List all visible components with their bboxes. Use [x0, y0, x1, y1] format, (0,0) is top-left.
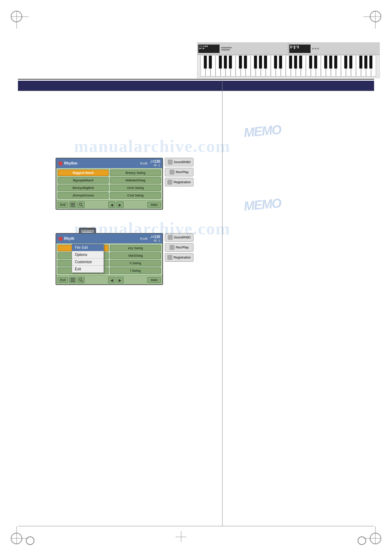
lcd-main-btn-2[interactable]: Main	[147, 277, 161, 283]
lcd-title-text-2: Rhyth	[64, 237, 74, 241]
sound-kbd-btn[interactable]: Sound/KBD	[165, 158, 193, 166]
svg-rect-58	[364, 56, 367, 68]
rec-play-btn[interactable]: Rec/Play	[165, 168, 193, 176]
registration-icon	[167, 180, 172, 185]
tempo-value-2: ♩=130	[150, 235, 160, 239]
registration-label: Registration	[173, 180, 191, 184]
context-menu-exit[interactable]: Exit	[72, 266, 104, 272]
rhythm-btn-2-orch[interactable]: h.Swing	[110, 260, 161, 266]
corner-tl-decoration	[11, 11, 32, 32]
mini-display-row1	[199, 46, 219, 47]
lcd-title-text-1: Rhythm	[64, 161, 77, 165]
sound-kbd-icon	[168, 160, 173, 165]
header-bar	[18, 81, 374, 91]
mini-display	[198, 44, 220, 53]
context-menu-options[interactable]: Options	[72, 251, 104, 258]
svg-rect-47	[289, 56, 292, 68]
watermark-overlay: manualarchive.com	[72, 136, 233, 156]
sound-kbd-icon-2	[168, 235, 173, 240]
rhythm-btn-2-midnite[interactable]: niteSISwg	[110, 252, 161, 259]
svg-rect-55	[344, 56, 347, 68]
lcd-main-btn-1[interactable]: Main	[147, 202, 161, 208]
svg-rect-35	[204, 56, 207, 68]
lcd-search-icon-1[interactable]	[77, 201, 85, 208]
rhythm-screen-1: Rhythm P.1/5 ♩=130 M: 1 Biggest Band Big…	[56, 158, 163, 224]
svg-rect-60	[71, 203, 75, 204]
right-panel-2: Sound/KBD Rec/Play Registration	[165, 233, 193, 262]
lcd-header-right-2: P.1/5 ♩=130 M: 1	[140, 235, 160, 242]
bottom-crosshair	[176, 531, 186, 537]
rhythm-btn-orch[interactable]: Orch.Swing	[110, 185, 161, 191]
svg-rect-41	[244, 56, 247, 68]
kbd-right-controls	[288, 43, 379, 54]
lcd-list-icon-2[interactable]	[69, 277, 76, 283]
lcd-bottom-bar-1: Exit ◀ ▶ Main	[56, 200, 162, 209]
rhythm-btn-2-cool[interactable]: l Swing	[110, 267, 161, 274]
rhythm-btn-midnite[interactable]: MidniteSISwg	[110, 177, 161, 184]
rhythm-btn-bigapple[interactable]: BigAppleBand	[58, 177, 109, 184]
svg-rect-53	[329, 56, 332, 68]
lcd-exit-btn-2[interactable]: Exit	[58, 277, 68, 283]
lcd-right-col-2: ezy Swing niteSISwg h.Swing l Swing	[110, 245, 161, 274]
lcd-title-bar-1: Rhythm P.1/5 ♩=130 M: 1	[56, 158, 162, 168]
search-svg-2	[79, 278, 83, 282]
rec-play-btn-2[interactable]: Rec/Play	[165, 243, 193, 252]
bottom-right-marker	[358, 536, 366, 545]
memo-watermark-2: MEMO	[243, 194, 282, 214]
lcd-list-icon-1[interactable]	[69, 201, 76, 208]
context-menu: File Edit Options Customize Exit	[72, 244, 104, 273]
lcd-header-right: P.1/5 ♩=130 M: 1	[140, 160, 160, 167]
kbd-keys-area: /* inline drawing */	[197, 55, 379, 78]
rhythm-btn-cool[interactable]: Cool Swing	[110, 192, 161, 199]
crosshair-h-tr	[363, 16, 381, 17]
registration-btn[interactable]: Registration	[165, 178, 193, 186]
svg-rect-61	[71, 204, 75, 205]
registration-label-2: Registration	[173, 256, 191, 259]
context-menu-file-edit[interactable]: File Edit	[72, 244, 104, 251]
rhythm-btn-bennys[interactable]: BennysBigBnd	[58, 185, 109, 191]
context-menu-customize[interactable]: Customize	[72, 258, 104, 266]
lcd-exit-btn-1[interactable]: Exit	[58, 202, 68, 208]
piano-keys-svg: /* inline drawing */	[198, 56, 379, 77]
page-line-bottom	[18, 526, 374, 526]
measure-1: M: 1	[150, 163, 160, 167]
lcd-next-btn-1[interactable]: ▶	[116, 201, 124, 208]
registration-btn-2[interactable]: Registration	[165, 253, 193, 262]
corner-circle-br	[370, 533, 381, 544]
sound-kbd-label-2: Sound/KBD	[174, 236, 191, 239]
watermark-text: manualarchive.com	[74, 137, 230, 156]
lcd-right-col-1: Breezy Swing MidniteSISwg Orch.Swing Coo…	[110, 170, 161, 199]
page-line-top	[18, 79, 374, 80]
svg-rect-36	[209, 56, 212, 68]
svg-rect-44	[264, 56, 267, 68]
sound-kbd-btn-2[interactable]: Sound/KBD	[165, 233, 193, 242]
registration-icon-2	[167, 255, 172, 260]
lcd-title-bar-2: Rhyth P.1/5 ♩=130 M: 1	[56, 234, 162, 243]
svg-point-63	[80, 203, 82, 206]
lcd-next-btn-2[interactable]: ▶	[116, 277, 124, 283]
rhythm-icon-2	[58, 237, 63, 241]
rec-play-label-2: Rec/Play	[176, 246, 188, 249]
kbd-right-display-row	[290, 46, 310, 49]
vertical-divider	[222, 79, 223, 526]
lcd-left-col-1: Biggest Band BigAppleBand BennysBigBnd J…	[58, 170, 109, 199]
svg-rect-50	[309, 56, 312, 68]
rhythm-btn-2-breezy[interactable]: ezy Swing	[110, 245, 161, 251]
lcd-search-icon-2[interactable]	[77, 277, 85, 283]
lcd-prev-btn-2[interactable]: ◀	[108, 277, 115, 283]
kbd-sliders	[221, 47, 232, 51]
rhythm-btn-breezy[interactable]: Breezy Swing	[110, 170, 161, 176]
rhythm-btn-jimmys[interactable]: JimmysGroove	[58, 192, 109, 199]
rhythm-btn-biggest-band[interactable]: Biggest Band	[58, 170, 109, 176]
svg-rect-52	[324, 56, 327, 68]
search-svg	[79, 203, 83, 207]
page-indicator-2: P.1/5	[140, 237, 148, 241]
corner-tr-decoration	[360, 11, 381, 32]
lcd-prev-btn-1[interactable]: ◀	[108, 201, 115, 208]
memo-watermark-1: MEMO	[243, 120, 282, 141]
svg-rect-43	[259, 56, 262, 68]
lcd-content-1: Biggest Band BigAppleBand BennysBigBnd J…	[56, 168, 162, 200]
svg-rect-66	[71, 280, 75, 280]
svg-rect-40	[239, 56, 242, 68]
crosshair-v-br	[375, 526, 376, 544]
